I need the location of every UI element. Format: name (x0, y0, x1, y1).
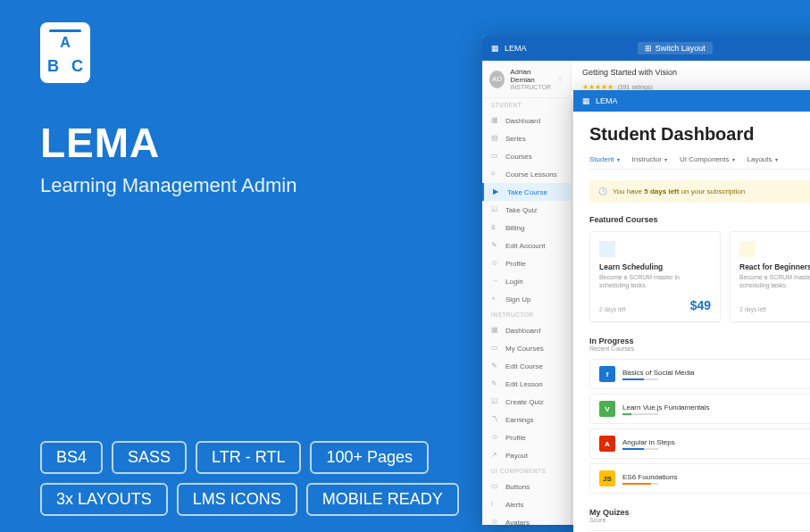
progress-row[interactable]: AAngular in Steps100%⋮ (589, 428, 810, 459)
page-title: Student Dashboard (589, 124, 810, 145)
react-icon (739, 241, 756, 257)
nav-billing[interactable]: $Billing (482, 219, 571, 237)
series-icon: ▤ (491, 134, 500, 143)
progress-bar (622, 448, 658, 450)
profile-icon: ☺ (491, 433, 500, 442)
section-student: STUDENT (482, 98, 571, 112)
overlay-brand: LEMA (596, 96, 618, 105)
nav-alerts[interactable]: !Alerts (482, 495, 571, 513)
subscription-notice: 🕑 You have 5 days left on your subscript… (589, 180, 810, 203)
topbar: ▦ LEMA ⊞ Switch Layout Get Help Search (482, 36, 810, 61)
lessons-icon: ≡ (491, 170, 500, 179)
nav-course-lessons[interactable]: ≡Course Lessons (482, 165, 571, 183)
nav-dashboard[interactable]: ▦Dashboard (482, 112, 571, 129)
promo-subtitle: Learning Management Admin (40, 174, 296, 197)
course-title: Getting Started with Vision (582, 68, 677, 77)
edit-icon: ✎ (491, 241, 500, 250)
nav-login[interactable]: →Login (482, 272, 571, 290)
tab-ui-components[interactable]: UI Components▾ (680, 155, 735, 163)
app-window-front: ▦ LEMA Student Dashboard Student▾ Instru… (573, 90, 810, 532)
card-desc: Become a SCRUM master in scheduling task… (739, 273, 810, 289)
switch-layout-button[interactable]: ⊞ Switch Layout (638, 42, 713, 54)
card-title: Learn Scheduling (599, 262, 711, 271)
nav-buttons[interactable]: ▭Buttons (482, 478, 571, 495)
nav-create-quiz[interactable]: ☑Create Quiz (482, 393, 571, 411)
badge: 3x LAYOUTS (40, 483, 168, 516)
earnings-icon: 〽 (491, 415, 500, 424)
tab-instructor[interactable]: Instructor▾ (632, 155, 667, 163)
nav-earnings[interactable]: 〽Earnings (482, 411, 571, 428)
price: $49 (690, 298, 711, 312)
quizes-sub: Score (589, 517, 630, 523)
nav-edit-course[interactable]: ✎Edit Course (482, 357, 571, 375)
quizes-title: My Quizes (589, 508, 630, 517)
nav-edit-account[interactable]: ✎Edit Account (482, 237, 571, 254)
progress-row[interactable]: VLearn Vue.js Fundamentals25%⋮ (589, 394, 810, 424)
tab-layouts[interactable]: Layouts▾ (747, 155, 778, 163)
nav-payout[interactable]: ↗Payout (482, 446, 571, 464)
nav-take-course[interactable]: ▶Take Course (482, 183, 571, 201)
nav-series[interactable]: ▤Series (482, 129, 571, 147)
card-title: React for Beginners (739, 262, 810, 271)
course-card[interactable]: Learn Scheduling Become a SCRUM master i… (589, 231, 721, 322)
nav-my-courses[interactable]: ▭My Courses (482, 339, 571, 357)
profile-icon: ☺ (491, 259, 500, 268)
progress-row[interactable]: JSES6 Foundations80%⋮ (589, 463, 810, 494)
feature-badges: BS4 SASS LTR - RTL 100+ Pages 3x LAYOUTS… (40, 441, 469, 516)
angular-icon: A (599, 436, 615, 452)
course-card[interactable]: React for Beginners Become a SCRUM maste… (730, 231, 810, 322)
user-role: INSTRUCTOR (510, 84, 551, 90)
edit-icon: ✎ (491, 362, 500, 370)
card-desc: Become a SCRUM master in scheduling task… (599, 273, 711, 289)
overlay-topbar: ▦ LEMA (573, 90, 810, 112)
chevron-down-icon: ▾ (664, 156, 667, 162)
avatar: AD (489, 71, 505, 88)
chevron-down-icon: ▾ (732, 156, 735, 162)
avatars-icon: ☺ (491, 518, 500, 525)
badge: LMS ICONS (177, 483, 297, 516)
badge: BS4 (40, 441, 103, 474)
courses-icon: ▭ (491, 152, 500, 161)
promo-title: LEMA (40, 119, 296, 167)
nav-instructor-dashboard[interactable]: ▦Dashboard (482, 321, 571, 339)
section-ui: UI COMPONENTS (482, 464, 571, 478)
in-progress-title: In Progress (589, 337, 634, 345)
take-course-icon: ▶ (493, 187, 502, 196)
course-icon: f (599, 366, 615, 382)
nav-profile[interactable]: ☺Profile (482, 254, 571, 272)
days-left: 3 days left (739, 306, 766, 312)
nav-signup[interactable]: +Sign Up (482, 290, 571, 308)
layout-icon: ▦ (491, 44, 499, 53)
badge: MOBILE READY (306, 483, 459, 516)
progress-row[interactable]: fBasics of Social Media60%⋮ (589, 359, 810, 389)
progress-bar (622, 483, 658, 485)
payout-icon: ↗ (491, 451, 500, 460)
courses-icon: ▭ (491, 344, 500, 353)
quiz-icon: ☑ (491, 205, 500, 214)
tab-student[interactable]: Student▾ (589, 155, 620, 163)
nav-instructor-profile[interactable]: ☺Profile (482, 428, 571, 446)
js-icon: JS (599, 470, 615, 486)
more-icon[interactable]: ⋮ (556, 75, 564, 83)
progress-bar (622, 378, 658, 380)
nav-edit-lesson[interactable]: ✎Edit Lesson (482, 375, 571, 393)
in-progress-sub: Recent Courses (589, 345, 634, 352)
nav-courses[interactable]: ▭Courses (482, 147, 571, 165)
chevron-down-icon: ▾ (775, 156, 778, 162)
login-icon: → (491, 277, 500, 286)
badge: LTR - RTL (196, 441, 301, 474)
lema-logo: ABC (40, 22, 90, 83)
user-profile[interactable]: AD Adrian Demian INSTRUCTOR ⋮ (482, 61, 571, 98)
badge: SASS (112, 441, 187, 474)
switch-icon: ⊞ (645, 44, 652, 53)
billing-icon: $ (491, 223, 500, 232)
alerts-icon: ! (491, 500, 500, 509)
layout-icon: ▦ (582, 96, 590, 105)
nav-take-quiz[interactable]: ☑Take Quiz (482, 201, 571, 219)
buttons-icon: ▭ (491, 482, 500, 491)
badge: 100+ Pages (310, 441, 429, 474)
clock-icon: 🕑 (598, 187, 607, 195)
tabs: Student▾ Instructor▾ UI Components▾ Layo… (589, 155, 810, 170)
vue-icon: V (599, 401, 615, 417)
nav-avatars[interactable]: ☺Avatars (482, 513, 571, 525)
